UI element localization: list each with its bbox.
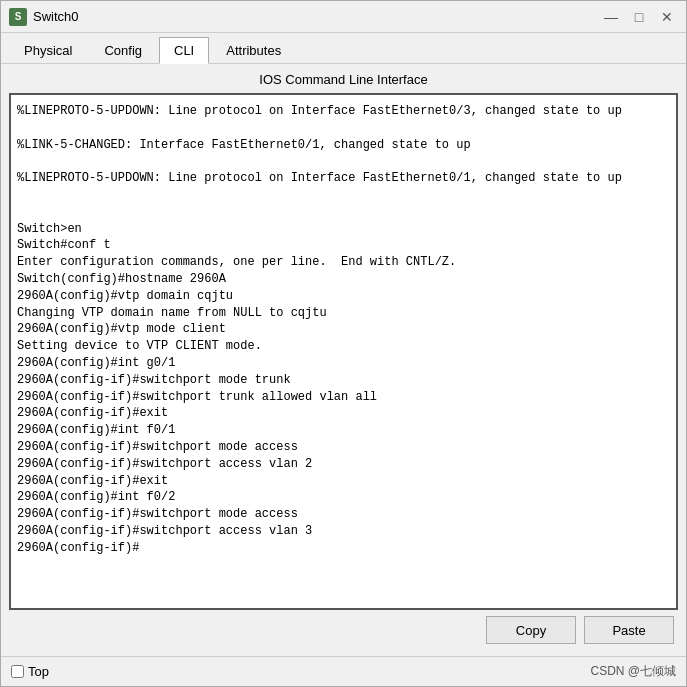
maximize-button[interactable]: □ bbox=[628, 6, 650, 28]
button-row: Copy Paste bbox=[9, 610, 678, 648]
cli-heading: IOS Command Line Interface bbox=[9, 72, 678, 87]
minimize-button[interactable]: — bbox=[600, 6, 622, 28]
window-title: Switch0 bbox=[33, 9, 600, 24]
tab-bar: Physical Config CLI Attributes bbox=[1, 33, 686, 64]
tab-config[interactable]: Config bbox=[89, 37, 157, 63]
copy-button[interactable]: Copy bbox=[486, 616, 576, 644]
status-bar: Top CSDN @七倾城 bbox=[1, 656, 686, 686]
tab-physical[interactable]: Physical bbox=[9, 37, 87, 63]
app-icon: S bbox=[9, 8, 27, 26]
tab-attributes[interactable]: Attributes bbox=[211, 37, 296, 63]
top-checkbox-area: Top bbox=[11, 664, 49, 679]
window-controls: — □ ✕ bbox=[600, 6, 678, 28]
close-button[interactable]: ✕ bbox=[656, 6, 678, 28]
top-label: Top bbox=[28, 664, 49, 679]
cli-terminal[interactable]: %LINEPROTO-5-UPDOWN: Line protocol on In… bbox=[9, 93, 678, 610]
paste-button[interactable]: Paste bbox=[584, 616, 674, 644]
tab-cli[interactable]: CLI bbox=[159, 37, 209, 64]
watermark: CSDN @七倾城 bbox=[590, 663, 676, 680]
content-area: IOS Command Line Interface %LINEPROTO-5-… bbox=[1, 64, 686, 656]
top-checkbox[interactable] bbox=[11, 665, 24, 678]
main-window: S Switch0 — □ ✕ Physical Config CLI Attr… bbox=[0, 0, 687, 687]
title-bar: S Switch0 — □ ✕ bbox=[1, 1, 686, 33]
